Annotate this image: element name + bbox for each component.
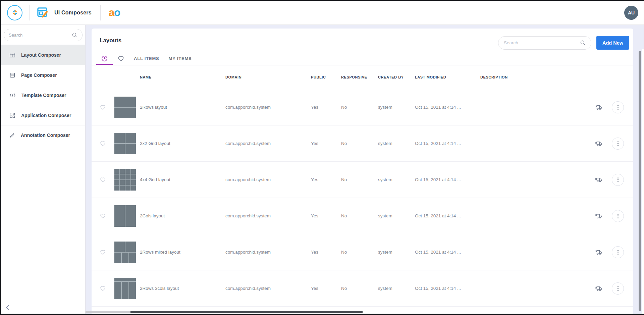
layout-thumbnail (114, 169, 136, 191)
sidebar-search-input[interactable] (9, 33, 72, 38)
pen-icon (9, 133, 15, 138)
table-search[interactable] (498, 36, 591, 50)
row-menu-button[interactable] (612, 101, 624, 113)
ao-brand-logo: ao (101, 7, 123, 19)
thumbnail-cell (114, 278, 136, 281)
favorite-button[interactable] (92, 176, 109, 183)
thumbnail-cell (114, 144, 125, 154)
thumbnail-cell (120, 186, 125, 191)
row-actions (525, 210, 633, 222)
column-header: LAST MODIFIED (412, 75, 478, 79)
favorite-button[interactable] (92, 249, 109, 255)
export-truck-button[interactable] (594, 104, 602, 111)
sidebar-item-label: Template Composer (21, 93, 66, 98)
page-title: Layouts (100, 37, 121, 44)
thumbnail-cell (125, 180, 130, 185)
export-truck-button[interactable] (594, 249, 602, 256)
thumbnail-cell (125, 205, 136, 227)
sidebar-item-page-composer[interactable]: Page Composer (1, 65, 85, 85)
row-menu-button[interactable] (612, 210, 624, 222)
row-actions (525, 138, 633, 150)
sidebar-item-label: Application Composer (21, 113, 71, 118)
favorite-button[interactable] (92, 140, 109, 147)
vertical-scrollbar[interactable] (639, 51, 641, 311)
table-row[interactable]: 2Rows layoutcom.apporchid.systemYesNosys… (92, 89, 633, 125)
table-body: 2Rows layoutcom.apporchid.systemYesNosys… (92, 89, 633, 307)
sidebar-search[interactable] (4, 29, 83, 41)
tab-favorites[interactable] (113, 53, 129, 65)
sidebar-item-label: Page Composer (21, 72, 57, 78)
row-last-modified: Oct 15, 2021 at 4:14 ... (412, 250, 478, 255)
row-public: Yes (308, 213, 338, 218)
sidebar-item-template-composer[interactable]: Template Composer (1, 85, 85, 105)
ao-logo-letter-a: a (109, 7, 114, 19)
row-menu-button[interactable] (612, 138, 624, 150)
column-header: DESCRIPTION (478, 75, 525, 79)
thumbnail-cell (120, 169, 125, 174)
row-menu-button[interactable] (612, 174, 624, 186)
thumbnail-cell (125, 242, 136, 252)
horizontal-scrollbar[interactable] (130, 311, 363, 313)
tab-recent[interactable] (96, 53, 113, 65)
app-window: UI Composers ao AU Layout ComposerPage C… (0, 0, 644, 315)
app-title: UI Composers (54, 10, 92, 16)
row-actions (525, 282, 633, 295)
row-created-by: system (375, 213, 412, 218)
row-created-by: system (375, 141, 412, 146)
favorite-button[interactable] (92, 104, 109, 110)
row-actions (525, 174, 633, 186)
export-truck-button[interactable] (594, 140, 602, 147)
favorite-button[interactable] (92, 285, 109, 292)
thumbnail-cell (122, 282, 128, 299)
sidebar: Layout ComposerPage ComposerTemplate Com… (1, 25, 86, 314)
pinwheel-logo-icon (11, 9, 19, 16)
row-domain: com.apporchid.system (223, 177, 308, 182)
row-last-modified: Oct 15, 2021 at 4:14 ... (412, 213, 478, 218)
sidebar-collapse-button[interactable] (6, 305, 9, 310)
row-responsive: No (338, 286, 375, 291)
row-public: Yes (308, 250, 338, 255)
main-area: Layouts Add New ALL ITEMSMY ITEMS NAMEDO… (86, 25, 644, 314)
thumbnail-cell-wrap (109, 133, 137, 154)
row-menu-button[interactable] (612, 282, 624, 295)
thumbnail-cell (114, 282, 121, 299)
sidebar-item-application-composer[interactable]: Application Composer (1, 105, 85, 125)
export-truck-button[interactable] (594, 285, 602, 292)
sidebar-item-annotation-composer[interactable]: Annotation Composer (1, 125, 85, 145)
column-header: DOMAIN (223, 75, 308, 79)
thumbnail-cell (114, 180, 119, 185)
export-truck-button[interactable] (594, 213, 602, 219)
row-name: 4x4 Grid layout (137, 177, 223, 182)
user-avatar[interactable]: AU (624, 6, 638, 20)
tab-my-items[interactable]: MY ITEMS (164, 53, 197, 65)
row-menu-button[interactable] (612, 246, 624, 258)
sidebar-item-layout-composer[interactable]: Layout Composer (1, 45, 85, 65)
row-created-by: system (375, 177, 412, 182)
layout-thumbnail (114, 205, 136, 227)
thumbnail-cell-wrap (109, 169, 137, 191)
table-row[interactable]: 2x2 Grid layoutcom.apporchid.systemYesNo… (92, 125, 633, 162)
row-last-modified: Oct 15, 2021 at 4:14 ... (412, 141, 478, 146)
thumbnail-cell (131, 186, 136, 191)
row-last-modified: Oct 15, 2021 at 4:14 ... (412, 177, 478, 182)
favorite-button[interactable] (92, 213, 109, 219)
table-search-input[interactable] (504, 40, 580, 45)
thumbnail-cell (125, 169, 130, 174)
table-row[interactable]: 2Rows mixed layoutcom.apporchid.systemYe… (92, 234, 633, 270)
apporchid-logo-button[interactable] (7, 5, 22, 20)
row-name: 2Rows layout (137, 105, 223, 110)
layout-thumbnail (114, 242, 136, 263)
app-ident[interactable]: UI Composers (30, 1, 100, 24)
row-name: 2Rows 3cols layout (137, 286, 223, 291)
table-row[interactable]: 2Cols layoutcom.apporchid.systemYesNosys… (92, 198, 633, 234)
row-name: 2Rows mixed layout (137, 250, 223, 255)
table-row[interactable]: 2Rows 3cols layoutcom.apporchid.systemYe… (92, 270, 633, 307)
row-created-by: system (375, 105, 412, 110)
ui-composer-window-icon (37, 7, 50, 18)
thumbnail-cell-wrap (109, 205, 137, 227)
add-new-button[interactable]: Add New (596, 36, 629, 50)
tab-all-items[interactable]: ALL ITEMS (129, 53, 164, 65)
heart-icon (117, 55, 124, 62)
export-truck-button[interactable] (594, 176, 602, 183)
table-row[interactable]: 4x4 Grid layoutcom.apporchid.systemYesNo… (92, 162, 633, 198)
